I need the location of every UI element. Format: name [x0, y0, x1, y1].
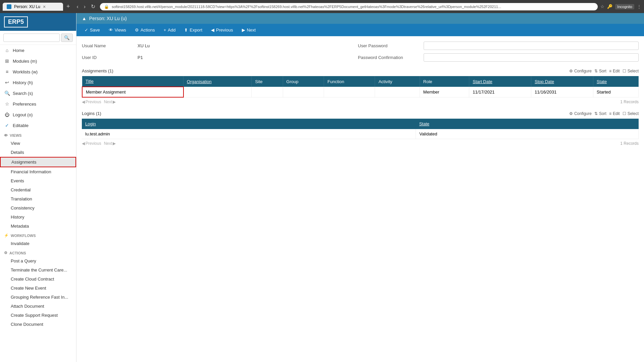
col-state: State [593, 76, 638, 87]
sidebar-item-editable[interactable]: ✓ Editable [0, 120, 76, 131]
new-tab-button[interactable]: + [64, 2, 72, 11]
sidebar-item-events[interactable]: Events [0, 176, 76, 185]
sidebar-item-grouping-ref[interactable]: Grouping Reference Fast In... [0, 293, 76, 302]
page-title: Person: XU Lu (u) [89, 16, 127, 21]
logins-edit-button[interactable]: ≡ Edit [609, 111, 620, 116]
sidebar-item-metadata[interactable]: Metadata [0, 222, 76, 231]
save-button[interactable]: ✓ Save [80, 26, 104, 34]
sidebar-item-home[interactable]: ⌂ Home [0, 45, 76, 56]
workflows-section-icon: ⚡ [4, 233, 9, 238]
previous-icon: ◀ [211, 27, 214, 33]
sidebar-item-logout[interactable]: ⏻ Logout (o) [0, 109, 76, 120]
login-name-cell[interactable]: lu.test.admin [82, 129, 416, 139]
sidebar-item-credential[interactable]: Credential [0, 185, 76, 194]
sidebar-item-clone-doc[interactable]: Clone Document [0, 320, 76, 329]
col-stop-link[interactable]: Stop Date [535, 79, 554, 84]
logins-table: Login State lu.test.admin Validated [82, 119, 639, 139]
refresh-button[interactable]: ↻ [89, 2, 97, 11]
assignments-next-button[interactable]: Next ▶ [104, 100, 116, 104]
sidebar-item-history[interactable]: ↩ History (h) [0, 77, 76, 88]
assignments-sort-button[interactable]: ⇅ Sort [594, 69, 606, 73]
col-start-link[interactable]: Start Date [473, 79, 492, 84]
assignment-start-date-cell: 11/17/2021 [469, 87, 531, 97]
col-org-link[interactable]: Organisation [187, 79, 212, 84]
key-icon: 🔑 [607, 4, 612, 9]
tab-favicon [7, 4, 11, 9]
export-button[interactable]: ⬆ Export [180, 26, 206, 34]
sidebar-item-financial[interactable]: Financial Information [0, 167, 76, 176]
actions-label: Actions [141, 27, 155, 33]
logins-configure-label: Configure [574, 111, 592, 116]
assignment-state-cell: Started [593, 87, 638, 97]
sidebar-item-modules[interactable]: ⊞ Modules (m) [0, 56, 76, 66]
assignments-select-button[interactable]: ☐ Select [623, 69, 639, 73]
logins-next-button[interactable]: Next ▶ [104, 141, 116, 146]
add-button[interactable]: + Add [160, 26, 180, 34]
logins-prev-button[interactable]: ◀ Previous [82, 141, 101, 146]
sidebar-item-details[interactable]: Details [0, 148, 76, 157]
back-button[interactable]: ‹ [75, 2, 80, 11]
col-login-link[interactable]: Login [85, 121, 96, 126]
sidebar-item-terminate-care[interactable]: Terminate the Current Care... [0, 265, 76, 275]
assignment-stop-date-cell: 11/16/2031 [531, 87, 593, 97]
col-login-state: State [416, 119, 639, 129]
configure-label: Configure [574, 69, 592, 73]
menu-icon[interactable]: ⋮ [637, 4, 641, 9]
logins-sort-button[interactable]: ⇅ Sort [594, 111, 606, 116]
forward-button[interactable]: › [82, 2, 88, 11]
assignments-configure-button[interactable]: ⚙ Configure [569, 69, 592, 73]
col-title-link[interactable]: Title [86, 79, 94, 84]
sidebar-item-modules-label: Modules (m) [13, 59, 37, 64]
col-login-state-link[interactable]: State [419, 121, 429, 126]
assignments-edit-button[interactable]: ≡ Edit [609, 69, 620, 73]
logout-icon: ⏻ [4, 112, 10, 117]
home-icon: ⌂ [4, 48, 10, 53]
user-password-input[interactable] [424, 42, 639, 50]
actions-button[interactable]: ⚙ Actions [131, 26, 159, 34]
prev-arrow-icon: ◀ [82, 100, 85, 104]
assignments-prev-button[interactable]: ◀ Previous [82, 100, 101, 104]
sidebar-item-attach-doc[interactable]: Attach Document [0, 302, 76, 311]
address-bar[interactable]: 🔒 softinst158269.host.vifib.net/#/person… [100, 3, 598, 10]
sidebar-item-consistency[interactable]: Consistency [0, 203, 76, 213]
sidebar-item-invalidate[interactable]: Invalidate [0, 239, 76, 248]
sidebar-item-preferences[interactable]: ☆ Preferences [0, 99, 76, 109]
preferences-icon: ☆ [4, 101, 10, 107]
col-state-link[interactable]: State [597, 79, 607, 84]
views-button[interactable]: 👁 Views [105, 26, 130, 34]
sidebar-item-translation[interactable]: Translation [0, 194, 76, 203]
sidebar-item-new-event[interactable]: Create New Event [0, 284, 76, 293]
sidebar-item-assignments[interactable]: Assignments [0, 157, 76, 167]
search-button[interactable]: 🔍 [61, 34, 73, 42]
actions-section-header: ⚙ ACTIONS [0, 248, 76, 256]
sidebar-item-cloud-contract[interactable]: Create Cloud Contract [0, 275, 76, 284]
previous-button[interactable]: ◀ Previous [207, 26, 237, 34]
password-confirmation-input[interactable] [424, 53, 639, 62]
sidebar-item-support-request[interactable]: Create Support Request [0, 311, 76, 320]
assignment-org-cell [183, 87, 252, 97]
sidebar-item-view[interactable]: View [0, 139, 76, 148]
logins-select-button[interactable]: ☐ Select [623, 111, 639, 116]
logins-configure-button[interactable]: ⚙ Configure [569, 111, 592, 116]
sidebar-search: 🔍 [0, 31, 76, 45]
nav-controls: ‹ › ↻ [75, 2, 98, 11]
erp5-logo[interactable]: ERP5 [4, 16, 28, 27]
main-content: ▲ Person: XU Lu (u) ✓ Save 👁 Views ⚙ Act… [76, 13, 644, 362]
active-tab[interactable]: Person: XU Lu × [3, 3, 63, 11]
sidebar-item-worklists-label: Worklists (w) [13, 69, 38, 74]
select-label: Select [628, 69, 639, 73]
tab-close-button[interactable]: × [43, 4, 46, 9]
views-label: Views [115, 27, 126, 33]
logins-select-label: Select [628, 111, 639, 116]
col-activity-label: Activity [378, 79, 392, 84]
content-area: Usual Name XU Lu User Password User ID P… [76, 36, 644, 362]
sidebar-item-history-view[interactable]: History [0, 213, 76, 222]
assignment-activity-cell [375, 87, 420, 97]
search-input[interactable] [3, 34, 60, 42]
assignment-title-cell[interactable]: Member Assignment [82, 87, 183, 97]
next-button[interactable]: ▶ Next [238, 26, 260, 34]
sidebar-item-post-query[interactable]: Post a Query [0, 256, 76, 265]
sidebar-item-search[interactable]: 🔍 Search (s) [0, 88, 76, 99]
sidebar-item-worklists[interactable]: ≡ Worklists (w) [0, 66, 76, 77]
user-password-label: User Password [358, 43, 418, 48]
